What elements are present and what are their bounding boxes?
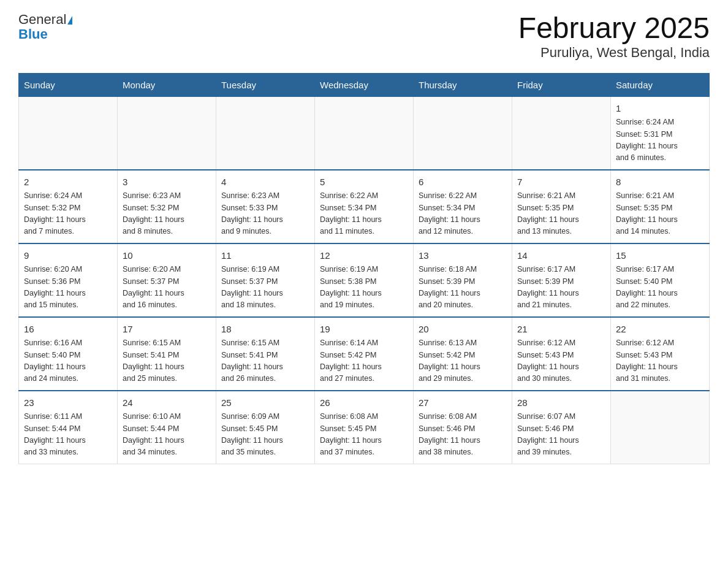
- day-info: Sunrise: 6:17 AM Sunset: 5:39 PM Dayligh…: [517, 264, 605, 312]
- day-info: Sunrise: 6:16 AM Sunset: 5:40 PM Dayligh…: [24, 337, 112, 385]
- day-info: Sunrise: 6:12 AM Sunset: 5:43 PM Dayligh…: [616, 337, 704, 385]
- column-header-monday: Monday: [118, 73, 216, 96]
- calendar-cell: 22Sunrise: 6:12 AM Sunset: 5:43 PM Dayli…: [611, 317, 710, 391]
- day-info: Sunrise: 6:11 AM Sunset: 5:44 PM Dayligh…: [24, 411, 112, 459]
- column-header-tuesday: Tuesday: [216, 73, 315, 96]
- day-info: Sunrise: 6:19 AM Sunset: 5:38 PM Dayligh…: [320, 264, 408, 312]
- day-info: Sunrise: 6:21 AM Sunset: 5:35 PM Dayligh…: [616, 190, 704, 238]
- calendar-cell: 28Sunrise: 6:07 AM Sunset: 5:46 PM Dayli…: [512, 391, 611, 464]
- logo-text: General Blue: [18, 12, 72, 42]
- calendar-cell: 26Sunrise: 6:08 AM Sunset: 5:45 PM Dayli…: [315, 391, 414, 464]
- calendar-cell: 17Sunrise: 6:15 AM Sunset: 5:41 PM Dayli…: [118, 317, 216, 391]
- day-number: 2: [24, 175, 112, 190]
- calendar-cell: 15Sunrise: 6:17 AM Sunset: 5:40 PM Dayli…: [611, 243, 710, 317]
- title-section: February 2025 Puruliya, West Bengal, Ind…: [518, 12, 710, 61]
- column-header-saturday: Saturday: [611, 73, 710, 96]
- day-info: Sunrise: 6:15 AM Sunset: 5:41 PM Dayligh…: [221, 337, 309, 385]
- day-number: 11: [221, 249, 309, 263]
- calendar-cell: 7Sunrise: 6:21 AM Sunset: 5:35 PM Daylig…: [512, 170, 611, 243]
- day-number: 6: [419, 175, 507, 190]
- day-info: Sunrise: 6:22 AM Sunset: 5:34 PM Dayligh…: [320, 190, 408, 238]
- day-info: Sunrise: 6:20 AM Sunset: 5:36 PM Dayligh…: [24, 264, 112, 312]
- calendar-cell: [414, 96, 512, 170]
- day-info: Sunrise: 6:24 AM Sunset: 5:32 PM Dayligh…: [24, 190, 112, 238]
- calendar-cell: 9Sunrise: 6:20 AM Sunset: 5:36 PM Daylig…: [19, 243, 118, 317]
- calendar-cell: 27Sunrise: 6:08 AM Sunset: 5:46 PM Dayli…: [414, 391, 512, 464]
- calendar-week-0: 1Sunrise: 6:24 AM Sunset: 5:31 PM Daylig…: [19, 96, 710, 170]
- day-info: Sunrise: 6:08 AM Sunset: 5:46 PM Dayligh…: [419, 411, 507, 459]
- day-number: 18: [221, 323, 309, 337]
- calendar-cell: 3Sunrise: 6:23 AM Sunset: 5:32 PM Daylig…: [118, 170, 216, 243]
- calendar-header-row: SundayMondayTuesdayWednesdayThursdayFrid…: [19, 73, 710, 96]
- calendar-cell: 8Sunrise: 6:21 AM Sunset: 5:35 PM Daylig…: [611, 170, 710, 243]
- day-number: 17: [123, 323, 211, 337]
- calendar-cell: 16Sunrise: 6:16 AM Sunset: 5:40 PM Dayli…: [19, 317, 118, 391]
- column-header-thursday: Thursday: [414, 73, 512, 96]
- day-number: 7: [517, 175, 605, 190]
- day-info: Sunrise: 6:18 AM Sunset: 5:39 PM Dayligh…: [419, 264, 507, 312]
- calendar-cell: 20Sunrise: 6:13 AM Sunset: 5:42 PM Dayli…: [414, 317, 512, 391]
- day-info: Sunrise: 6:12 AM Sunset: 5:43 PM Dayligh…: [517, 337, 605, 385]
- calendar-cell: 1Sunrise: 6:24 AM Sunset: 5:31 PM Daylig…: [611, 96, 710, 170]
- calendar-table: SundayMondayTuesdayWednesdayThursdayFrid…: [18, 73, 710, 464]
- day-number: 26: [320, 396, 408, 410]
- day-number: 22: [616, 323, 704, 337]
- calendar-cell: 14Sunrise: 6:17 AM Sunset: 5:39 PM Dayli…: [512, 243, 611, 317]
- calendar-cell: [19, 96, 118, 170]
- day-number: 24: [123, 396, 211, 410]
- calendar-cell: 10Sunrise: 6:20 AM Sunset: 5:37 PM Dayli…: [118, 243, 216, 317]
- day-info: Sunrise: 6:19 AM Sunset: 5:37 PM Dayligh…: [221, 264, 309, 312]
- day-number: 9: [24, 249, 112, 263]
- calendar-cell: 25Sunrise: 6:09 AM Sunset: 5:45 PM Dayli…: [216, 391, 315, 464]
- day-info: Sunrise: 6:13 AM Sunset: 5:42 PM Dayligh…: [419, 337, 507, 385]
- day-number: 28: [517, 396, 605, 410]
- calendar-cell: 4Sunrise: 6:23 AM Sunset: 5:33 PM Daylig…: [216, 170, 315, 243]
- day-number: 5: [320, 175, 408, 190]
- day-number: 14: [517, 249, 605, 263]
- day-info: Sunrise: 6:22 AM Sunset: 5:34 PM Dayligh…: [419, 190, 507, 238]
- day-number: 13: [419, 249, 507, 263]
- calendar-cell: 24Sunrise: 6:10 AM Sunset: 5:44 PM Dayli…: [118, 391, 216, 464]
- day-number: 23: [24, 396, 112, 410]
- calendar-cell: 19Sunrise: 6:14 AM Sunset: 5:42 PM Dayli…: [315, 317, 414, 391]
- calendar-week-3: 16Sunrise: 6:16 AM Sunset: 5:40 PM Dayli…: [19, 317, 710, 391]
- calendar-week-1: 2Sunrise: 6:24 AM Sunset: 5:32 PM Daylig…: [19, 170, 710, 243]
- calendar-cell: 5Sunrise: 6:22 AM Sunset: 5:34 PM Daylig…: [315, 170, 414, 243]
- day-info: Sunrise: 6:23 AM Sunset: 5:32 PM Dayligh…: [123, 190, 211, 238]
- calendar-week-4: 23Sunrise: 6:11 AM Sunset: 5:44 PM Dayli…: [19, 391, 710, 464]
- calendar-cell: [512, 96, 611, 170]
- day-number: 4: [221, 175, 309, 190]
- calendar-cell: 2Sunrise: 6:24 AM Sunset: 5:32 PM Daylig…: [19, 170, 118, 243]
- column-header-wednesday: Wednesday: [315, 73, 414, 96]
- calendar-cell: 11Sunrise: 6:19 AM Sunset: 5:37 PM Dayli…: [216, 243, 315, 317]
- logo: General Blue: [18, 12, 72, 42]
- day-number: 27: [419, 396, 507, 410]
- location: Puruliya, West Bengal, India: [518, 45, 710, 61]
- calendar-cell: [315, 96, 414, 170]
- day-info: Sunrise: 6:09 AM Sunset: 5:45 PM Dayligh…: [221, 411, 309, 459]
- day-number: 16: [24, 323, 112, 337]
- day-number: 21: [517, 323, 605, 337]
- day-info: Sunrise: 6:20 AM Sunset: 5:37 PM Dayligh…: [123, 264, 211, 312]
- calendar-cell: [118, 96, 216, 170]
- day-number: 25: [221, 396, 309, 410]
- day-number: 10: [123, 249, 211, 263]
- day-number: 1: [616, 102, 704, 116]
- day-number: 20: [419, 323, 507, 337]
- column-header-friday: Friday: [512, 73, 611, 96]
- day-info: Sunrise: 6:24 AM Sunset: 5:31 PM Dayligh…: [616, 117, 704, 164]
- calendar-cell: 6Sunrise: 6:22 AM Sunset: 5:34 PM Daylig…: [414, 170, 512, 243]
- day-number: 15: [616, 249, 704, 263]
- day-info: Sunrise: 6:21 AM Sunset: 5:35 PM Dayligh…: [517, 190, 605, 238]
- calendar-cell: [611, 391, 710, 464]
- logo-blue: Blue: [18, 26, 48, 42]
- calendar-cell: 12Sunrise: 6:19 AM Sunset: 5:38 PM Dayli…: [315, 243, 414, 317]
- day-info: Sunrise: 6:07 AM Sunset: 5:46 PM Dayligh…: [517, 411, 605, 459]
- month-title: February 2025: [518, 12, 710, 45]
- calendar-cell: [216, 96, 315, 170]
- logo-general: General: [18, 12, 66, 27]
- day-info: Sunrise: 6:15 AM Sunset: 5:41 PM Dayligh…: [123, 337, 211, 385]
- column-header-sunday: Sunday: [19, 73, 118, 96]
- calendar-cell: 23Sunrise: 6:11 AM Sunset: 5:44 PM Dayli…: [19, 391, 118, 464]
- day-info: Sunrise: 6:14 AM Sunset: 5:42 PM Dayligh…: [320, 337, 408, 385]
